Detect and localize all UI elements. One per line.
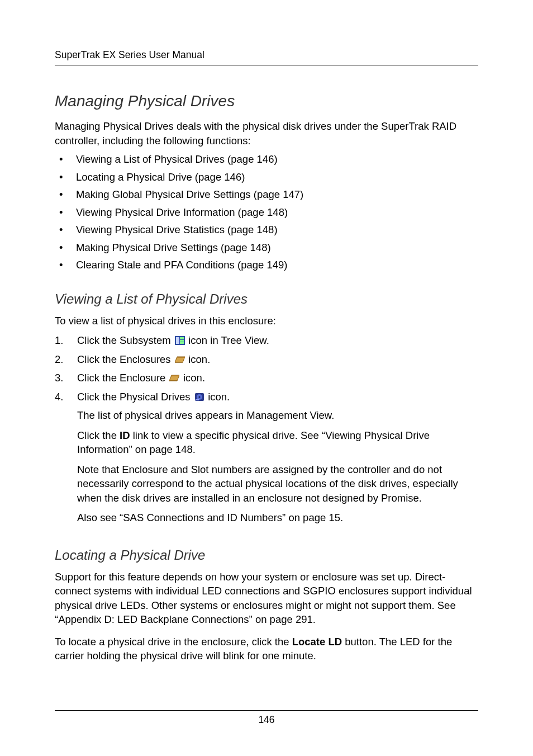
list-item: •Viewing a List of Physical Drives (page… bbox=[55, 152, 478, 167]
bullet-marker: • bbox=[56, 240, 76, 255]
after-paragraph: Click the ID link to view a specific phy… bbox=[77, 428, 478, 457]
header-rule bbox=[55, 65, 478, 65]
physical-drives-icon bbox=[194, 393, 204, 401]
locate-button-label: Locate LD bbox=[292, 636, 342, 648]
list-item: •Locating a Physical Drive (page 146) bbox=[55, 170, 478, 185]
enclosures-icon bbox=[175, 355, 185, 364]
running-head: SuperTrak EX Series User Manual bbox=[55, 49, 478, 61]
footer-rule bbox=[55, 710, 478, 711]
after-paragraph: Note that Enclosure and Slot numbers are… bbox=[77, 462, 478, 505]
svg-point-13 bbox=[198, 396, 200, 398]
list-item: •Clearing Stale and PFA Conditions (page… bbox=[55, 258, 478, 272]
step-text-post: icon. bbox=[208, 391, 230, 403]
svg-rect-1 bbox=[176, 337, 179, 344]
list-item-text: Viewing Physical Drive Information (page… bbox=[76, 205, 478, 220]
text-run: To locate a physical drive in the enclos… bbox=[55, 636, 292, 648]
step-text-post: icon. bbox=[188, 353, 210, 365]
text-run: Click the bbox=[77, 429, 120, 441]
bullet-marker: • bbox=[56, 258, 76, 272]
list-item-text: Clearing Stale and PFA Conditions (page … bbox=[76, 258, 478, 272]
list-item: •Making Physical Drive Settings (page 14… bbox=[55, 240, 478, 255]
bullet-marker: • bbox=[56, 170, 76, 185]
svg-rect-2 bbox=[180, 337, 184, 339]
after-paragraph: The list of physical drives appears in M… bbox=[77, 408, 478, 423]
svg-rect-14 bbox=[196, 399, 199, 400]
svg-marker-6 bbox=[177, 357, 185, 358]
function-list: •Viewing a List of Physical Drives (page… bbox=[55, 152, 478, 272]
subsystem-icon bbox=[175, 336, 185, 345]
step-text-post: icon in Tree View. bbox=[188, 334, 269, 346]
svg-rect-3 bbox=[180, 340, 184, 342]
svg-marker-9 bbox=[172, 375, 179, 376]
step-item: 3. Click the Enclosure icon. bbox=[55, 371, 478, 385]
bullet-marker: • bbox=[56, 205, 76, 220]
intro-paragraph: Managing Physical Drives deals with the … bbox=[55, 119, 478, 148]
list-item-text: Viewing a List of Physical Drives (page … bbox=[76, 152, 478, 167]
step-number: 2. bbox=[55, 352, 77, 367]
list-item-text: Making Global Physical Drive Settings (p… bbox=[76, 187, 478, 202]
step-number: 3. bbox=[55, 371, 77, 385]
step-number: 1. bbox=[55, 333, 77, 348]
page-footer: 146 bbox=[55, 710, 478, 726]
step-list: 1. Click the Subsystem icon in Tree View… bbox=[55, 333, 478, 404]
body-paragraph: To locate a physical drive in the enclos… bbox=[55, 635, 478, 663]
step-text-post: icon. bbox=[183, 372, 205, 384]
step-after-block: The list of physical drives appears in M… bbox=[77, 408, 478, 525]
list-item-text: Making Physical Drive Settings (page 148… bbox=[76, 240, 478, 255]
step-text-pre: Click the Subsystem bbox=[77, 334, 174, 346]
id-link-label: ID bbox=[120, 429, 130, 441]
bullet-marker: • bbox=[56, 223, 76, 237]
subsection-intro: To view a list of physical drives in thi… bbox=[55, 314, 478, 328]
enclosure-icon bbox=[169, 374, 179, 382]
step-text-pre: Click the Physical Drives bbox=[77, 391, 193, 403]
bullet-marker: • bbox=[56, 187, 76, 202]
step-text-pre: Click the Enclosure bbox=[77, 372, 168, 384]
subsection-heading: Viewing a List of Physical Drives bbox=[55, 291, 478, 307]
list-item-text: Locating a Physical Drive (page 146) bbox=[76, 170, 478, 185]
text-run: link to view a specific physical drive. … bbox=[77, 429, 430, 456]
step-item: 4. Click the Physical Drives icon. bbox=[55, 390, 478, 404]
step-item: 1. Click the Subsystem icon in Tree View… bbox=[55, 333, 478, 348]
step-number: 4. bbox=[55, 390, 77, 404]
body-paragraph: Support for this feature depends on how … bbox=[55, 570, 478, 627]
page-number: 146 bbox=[55, 714, 478, 726]
list-item: •Viewing Physical Drive Statistics (page… bbox=[55, 223, 478, 237]
list-item: •Viewing Physical Drive Information (pag… bbox=[55, 205, 478, 220]
section-heading: Managing Physical Drives bbox=[55, 92, 478, 110]
step-item: 2. Click the Enclosures icon. bbox=[55, 352, 478, 367]
list-item: •Making Global Physical Drive Settings (… bbox=[55, 187, 478, 202]
bullet-marker: • bbox=[56, 152, 76, 167]
list-item-text: Viewing Physical Drive Statistics (page … bbox=[76, 223, 478, 237]
step-text-pre: Click the Enclosures bbox=[77, 353, 174, 365]
after-paragraph: Also see “SAS Connections and ID Numbers… bbox=[77, 511, 478, 525]
subsection-heading: Locating a Physical Drive bbox=[55, 547, 478, 563]
document-page: SuperTrak EX Series User Manual Managing… bbox=[0, 0, 533, 756]
svg-rect-4 bbox=[180, 342, 184, 344]
